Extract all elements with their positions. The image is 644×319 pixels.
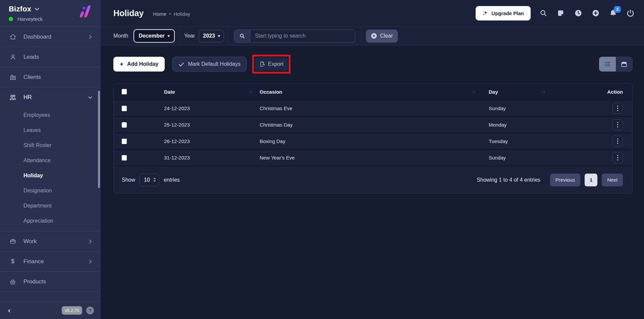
cell-occasion: Christmas Eve	[260, 105, 483, 111]
sidebar-item-finance[interactable]: $ Finance	[0, 252, 101, 272]
table-header-row: Date ↑↓ Occasion ↑↓ Day ↑↓ Action	[114, 84, 632, 100]
row-actions-button[interactable]	[612, 152, 623, 163]
sidebar-item-label: Finance	[23, 258, 88, 265]
briefcase-icon	[9, 238, 17, 245]
sidebar-item-leads[interactable]: Leads	[0, 47, 101, 67]
user-icon	[9, 53, 17, 60]
row-checkbox[interactable]	[122, 106, 127, 111]
mark-default-holidays-button[interactable]: Mark Default Holidays	[172, 57, 247, 72]
search-filter-group	[228, 27, 362, 45]
row-checkbox[interactable]	[122, 155, 127, 161]
sidebar-scrollbar[interactable]	[98, 91, 100, 188]
org-name: Harveyteck	[17, 16, 43, 22]
sidebar-item-label: Clients	[23, 74, 93, 81]
cell-date: 25-12-2023	[164, 122, 260, 128]
sidebar-subitem-department[interactable]: Department	[0, 198, 101, 213]
power-icon[interactable]	[626, 9, 635, 18]
row-checkbox[interactable]	[122, 139, 127, 144]
sort-icon[interactable]: ↑↓	[249, 89, 252, 94]
sort-icon[interactable]: ↑↓	[472, 89, 475, 94]
sidebar-item-label: HR	[23, 94, 88, 101]
sidebar-item-clients[interactable]: Clients	[0, 67, 101, 87]
cell-occasion: Christmas Day	[260, 122, 483, 128]
sort-icon[interactable]: ↑↓	[542, 89, 545, 94]
brand-name: Bizfox	[9, 5, 31, 13]
search-box-icon	[234, 30, 250, 42]
help-icon[interactable]: ?	[86, 307, 94, 314]
search-box	[234, 30, 355, 43]
add-circle-icon[interactable]	[591, 9, 600, 18]
kebab-icon	[617, 141, 619, 142]
online-status-dot	[9, 17, 13, 21]
row-checkbox[interactable]	[122, 122, 127, 128]
clear-filters-button[interactable]: Clear	[366, 30, 398, 43]
notification-count-badge: 3	[614, 6, 621, 13]
sidebar-subitem-appreciation[interactable]: Appreciation	[0, 213, 101, 228]
hr-submenu: Employees Leaves Shift Roster Attendance…	[0, 107, 101, 231]
previous-page-button[interactable]: Previous	[550, 174, 580, 186]
column-header-occasion: Occasion ↑↓	[260, 89, 483, 95]
sidebar-item-products[interactable]: Products	[0, 272, 101, 292]
users-icon	[9, 94, 17, 101]
sidebar-item-hr[interactable]: HR	[0, 87, 101, 107]
topbar-icons: 3	[539, 9, 635, 18]
notifications-bell-icon[interactable]: 3	[608, 9, 618, 18]
table-row: 25-12-2023 Christmas Day Monday	[114, 116, 632, 133]
sidebar-item-work[interactable]: Work	[0, 231, 101, 252]
list-view-button[interactable]	[599, 57, 616, 72]
sidebar-item-label: Leads	[23, 54, 93, 60]
sidebar-subitem-employees[interactable]: Employees	[0, 107, 101, 123]
caret-down-icon: ▾	[218, 34, 220, 38]
basket-icon	[9, 278, 17, 285]
table-row: 26-12-2023 Boxing Day Tuesday	[114, 133, 632, 149]
table-row: 24-12-2023 Christmas Eve Sunday	[114, 100, 632, 116]
check-icon	[178, 61, 184, 67]
sidebar-item-dashboard[interactable]: Dashboard	[0, 27, 101, 47]
column-header-action: Action	[552, 89, 632, 95]
row-actions-button[interactable]	[612, 119, 623, 130]
row-actions-button[interactable]	[612, 136, 623, 147]
chevron-down-icon	[88, 95, 93, 100]
breadcrumb-home[interactable]: Home	[153, 11, 166, 17]
sidebar-subitem-leaves[interactable]: Leaves	[0, 123, 101, 138]
cell-occasion: Boxing Day	[260, 138, 483, 144]
collapse-sidebar-button[interactable]: ‹	[8, 307, 58, 314]
kebab-icon	[617, 157, 619, 158]
month-label: Month	[113, 33, 128, 39]
column-header-day: Day ↑↓	[483, 89, 552, 95]
circle-x-icon	[371, 33, 377, 39]
sidebar-subitem-designation[interactable]: Designation	[0, 183, 101, 198]
brand-block: Bizfox Harveyteck	[0, 0, 101, 27]
content: + Add Holiday Mark Default Holidays Expo…	[101, 46, 644, 319]
page-number-button[interactable]: 1	[585, 174, 597, 186]
column-header-date: Date ↑↓	[164, 89, 260, 95]
next-page-button[interactable]: Next	[602, 174, 623, 186]
calendar-view-button[interactable]	[616, 57, 633, 72]
page-size-select[interactable]: 10	[140, 174, 159, 186]
upgrade-plan-button[interactable]: Upgrade Plan	[476, 6, 531, 20]
building-icon	[9, 74, 17, 81]
row-actions-button[interactable]	[612, 103, 623, 114]
history-clock-icon[interactable]	[574, 9, 583, 18]
search-input[interactable]	[250, 30, 355, 42]
month-filter-group: Month December ▾	[101, 27, 180, 45]
sidebar-subitem-attendance[interactable]: Attendance	[0, 153, 101, 168]
dollar-icon: $	[9, 258, 17, 265]
month-dropdown[interactable]: December ▾	[133, 29, 174, 43]
year-dropdown[interactable]: 2023 ▾	[199, 30, 224, 42]
toolbar: + Add Holiday Mark Default Holidays Expo…	[113, 55, 633, 74]
sidebar-subitem-holiday[interactable]: Holiday	[0, 168, 101, 183]
select-all-checkbox[interactable]	[122, 89, 127, 94]
chevron-right-icon	[88, 35, 93, 39]
sidebar-subitem-shift-roster[interactable]: Shift Roster	[0, 138, 101, 153]
notes-icon[interactable]	[556, 9, 565, 18]
caret-down-icon: ▾	[168, 34, 170, 38]
export-button[interactable]: Export	[255, 57, 288, 71]
breadcrumb: Home • Holiday	[153, 11, 190, 17]
holiday-table: Date ↑↓ Occasion ↑↓ Day ↑↓ Action 24-12-…	[113, 83, 633, 194]
add-holiday-button[interactable]: + Add Holiday	[113, 57, 165, 72]
home-icon	[9, 33, 17, 40]
search-icon[interactable]	[539, 9, 548, 18]
year-filter-group: Year 2023 ▾	[180, 27, 228, 45]
plus-icon: +	[120, 60, 123, 68]
